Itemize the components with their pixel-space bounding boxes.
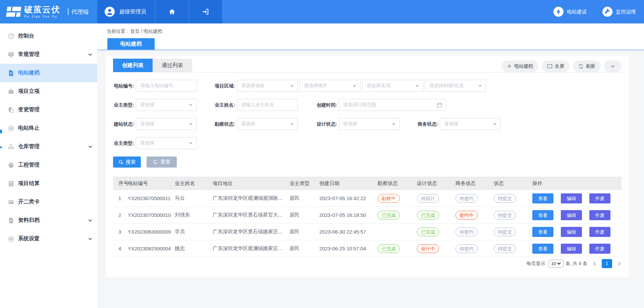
fullscreen-icon: [547, 64, 552, 69]
sidebar-item-11[interactable]: 资料归档: [0, 211, 97, 230]
prev-page-button[interactable]: [592, 261, 597, 266]
design-status-select[interactable]: 请选择: [339, 118, 400, 130]
status-badge: 已完成: [378, 211, 400, 220]
per-page-select[interactable]: 10: [549, 260, 564, 268]
sidebar-item-label: 项目立项: [18, 88, 40, 95]
view-button[interactable]: 查看: [532, 227, 553, 237]
scrollbar-mark[interactable]: [0, 146, 2, 148]
void-button[interactable]: 作废: [589, 193, 610, 203]
table-cell: 2023-07-05 16:18:50: [319, 212, 378, 218]
filter-label: 建站状态:: [113, 118, 136, 130]
status-badge: 已完成: [417, 228, 439, 236]
panel-tab-1[interactable]: 创建列表: [113, 59, 153, 72]
quick-link-label: 监控运维: [616, 9, 636, 15]
town-select[interactable]: 请选择村镇/街道: [425, 80, 486, 92]
sidebar-item-1[interactable]: 控制台: [0, 27, 97, 45]
panel-action-label: 刷新: [586, 63, 595, 69]
sidebar-item-label: 资料归档: [18, 217, 40, 224]
station-code-input[interactable]: 请输入电站编号: [136, 80, 197, 92]
quick-link-2[interactable]: 监控运维: [602, 7, 636, 17]
sidebar-item-10[interactable]: 开二类卡: [0, 193, 97, 211]
logout-button[interactable]: [189, 0, 222, 23]
edit-button[interactable]: 编辑: [561, 193, 582, 203]
calculator-icon: [8, 180, 14, 187]
panel-action-2[interactable]: 全屏: [542, 60, 570, 72]
chevron-down-icon: [610, 64, 615, 69]
breadcrumb: 当前位置：首页 / 电站建档: [107, 28, 162, 35]
placeholder-text: 请选择日期范围: [343, 102, 376, 108]
owner-name-input[interactable]: 请输入业主姓名: [237, 99, 298, 111]
sidebar-item-9[interactable]: 项目结算: [0, 174, 97, 193]
table-cell: 马云: [175, 195, 213, 201]
sidebar-item-8[interactable]: 工程管理: [0, 156, 97, 174]
owner-type2-select[interactable]: 请选择: [136, 137, 197, 149]
breadcrumb-current[interactable]: 电站建档: [144, 28, 162, 34]
search-button[interactable]: 搜索: [113, 157, 141, 168]
caret-down-icon: [189, 104, 193, 106]
survey-status-select[interactable]: 请选择: [237, 118, 298, 130]
sidebar-item-4[interactable]: 项目立项: [0, 82, 97, 101]
survey-status-cell: 已完成: [378, 244, 417, 253]
panel-action-3[interactable]: 刷新: [573, 60, 601, 72]
sidebar-item-5[interactable]: 变更管理: [0, 101, 97, 119]
chevron-down-icon: [88, 145, 92, 149]
owner-type-select[interactable]: 请选择: [136, 99, 197, 111]
header-spacer: [222, 0, 553, 23]
sidebar-item-label: 工程管理: [18, 162, 40, 169]
panel-action-1[interactable]: 电站建档: [501, 60, 538, 72]
sidebar-item-2[interactable]: 常规管理: [0, 45, 97, 64]
next-page-button[interactable]: [617, 261, 622, 266]
logout-icon: [202, 8, 210, 16]
reset-button[interactable]: 重置: [147, 157, 177, 168]
view-button[interactable]: 查看: [532, 210, 553, 220]
business-status-cell: 待签约: [455, 194, 494, 203]
edit-button[interactable]: 编辑: [561, 244, 582, 254]
home-button[interactable]: [155, 0, 189, 23]
refresh-icon: [578, 64, 584, 69]
quick-link-1[interactable]: 电站建设: [553, 7, 587, 17]
void-button[interactable]: 作废: [589, 244, 610, 254]
view-button[interactable]: 查看: [532, 244, 553, 254]
placeholder-text: 请选择省份: [241, 83, 265, 89]
table-cell: 广东深圳龙华区黄石镇姚家庄...: [213, 229, 289, 235]
business-status-select[interactable]: 请选择: [440, 118, 501, 130]
page-number[interactable]: 1: [602, 259, 612, 268]
sidebar-item-label: 电站建档: [18, 69, 40, 76]
sidebar-item-label: 仓库管理: [18, 143, 40, 150]
caret-down-icon: [493, 123, 496, 125]
panel-action-4[interactable]: [604, 60, 622, 72]
column-header: 设计状态: [417, 177, 455, 190]
void-button[interactable]: 作废: [589, 210, 610, 220]
table-row: 1YX2023070500011马云广东深圳龙华区观澜镇观湖路...居民2023…: [113, 190, 622, 207]
page-tab[interactable]: 电站建档: [107, 38, 155, 50]
logo-icon: [6, 7, 21, 17]
user-section[interactable]: 超级管理员: [97, 0, 155, 23]
sidebar-item-6[interactable]: 电站终止: [0, 119, 97, 137]
sidebar-item-3[interactable]: 电站建档: [0, 64, 97, 82]
void-button[interactable]: 作废: [589, 227, 610, 237]
province-select[interactable]: 请选择省份: [237, 80, 298, 92]
sidebar-item-7[interactable]: 仓库管理: [0, 137, 97, 156]
column-header: 业主姓名: [175, 177, 213, 190]
caret-down-icon: [353, 85, 356, 87]
sidebar-item-12[interactable]: 系统设置: [0, 230, 97, 248]
sidebar-item-label: 开二类卡: [18, 198, 40, 205]
column-header: 勘察状态: [378, 177, 417, 190]
breadcrumb-home[interactable]: 首页: [130, 28, 140, 34]
edit-button[interactable]: 编辑: [561, 210, 582, 220]
edit-button[interactable]: 编辑: [561, 227, 582, 237]
create-time-input[interactable]: 请选择日期范围: [339, 99, 446, 111]
panel-tab-2[interactable]: 通过列表: [153, 59, 192, 72]
panel-actions: 电站建档全屏刷新: [501, 60, 622, 72]
table-row: 3YX2023063000009学员广东深圳龙华区黄石镇姚家庄...居民2023…: [113, 224, 622, 240]
view-button[interactable]: 查看: [532, 193, 553, 203]
build-status-select[interactable]: 请选择: [136, 118, 197, 130]
portal-label: 代理端: [71, 8, 89, 16]
status-badge: 签约中: [455, 211, 478, 220]
county-select[interactable]: 请选择县/区: [362, 80, 423, 92]
scrollbar-mark[interactable]: [0, 130, 2, 133]
table-cell: 学员: [175, 229, 213, 235]
status-badge: 待设计: [417, 194, 439, 203]
city-select[interactable]: 请选择城市: [300, 80, 361, 92]
caret-down-icon: [557, 262, 561, 265]
